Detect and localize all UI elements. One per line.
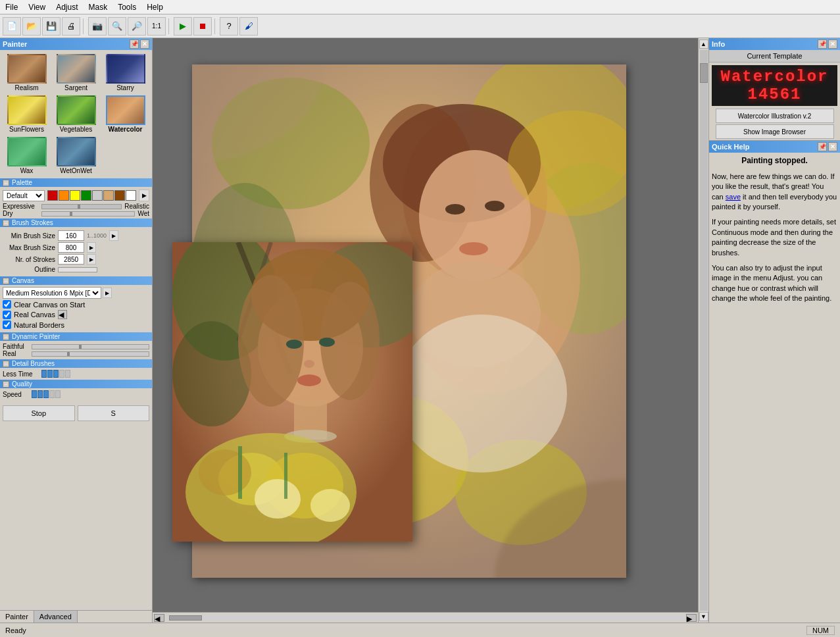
quality-collapse[interactable]: – bbox=[3, 381, 9, 388]
real-canvas-checkbox[interactable] bbox=[3, 311, 11, 319]
nr-strokes-input[interactable] bbox=[58, 254, 84, 265]
stop-button[interactable]: Stop bbox=[3, 405, 75, 421]
svg-point-41 bbox=[255, 479, 301, 519]
expressive-slider[interactable] bbox=[41, 204, 122, 209]
template-name-button[interactable]: Watercolor Illustration v.2 bbox=[716, 109, 834, 123]
expressive-row: Expressive Realistic bbox=[3, 203, 149, 210]
dynamic-collapse[interactable]: – bbox=[3, 334, 9, 340]
canvas-res-btn[interactable]: ▶ bbox=[103, 288, 112, 298]
swatch-green[interactable] bbox=[81, 190, 91, 201]
num-indicator: NUM bbox=[806, 626, 835, 635]
real-canvas-row: Real Canvas ◀ bbox=[3, 310, 149, 319]
clear-canvas-checkbox[interactable] bbox=[3, 300, 11, 309]
paint-button[interactable]: 🖌 bbox=[239, 17, 258, 36]
zoom-in-button[interactable]: 🔍 bbox=[108, 17, 126, 36]
tab-painter[interactable]: Painter bbox=[0, 611, 34, 623]
h-scrollbar: ◀ ▶ bbox=[153, 612, 698, 623]
canvas-section: Medium Resolution 6 Mpix [D ▶ Clear Canv… bbox=[0, 285, 152, 332]
panel-pin-button[interactable]: 📌 bbox=[130, 39, 139, 49]
brush-collapse[interactable]: – bbox=[3, 220, 9, 226]
svg-point-14 bbox=[445, 204, 465, 215]
show-browser-button[interactable]: Show Image Browser bbox=[716, 124, 834, 139]
template-watercolor[interactable]: Watercolor bbox=[101, 94, 149, 134]
template-wetonwet[interactable]: WetOnWet bbox=[52, 136, 100, 176]
save-link[interactable]: save bbox=[726, 193, 741, 201]
palette-dropdown[interactable]: Default Warm Cool Pastel bbox=[3, 190, 45, 201]
min-brush-input[interactable] bbox=[58, 230, 84, 241]
open-button[interactable]: 📂 bbox=[22, 17, 41, 36]
h-scroll-thumb[interactable] bbox=[169, 615, 202, 621]
nr-strokes-row: Nr. of Strokes ▶ bbox=[3, 254, 149, 265]
speed-label: Speed bbox=[3, 391, 29, 398]
qh-pin-button[interactable]: 📌 bbox=[818, 142, 827, 151]
detail-label: Detail Brushes bbox=[12, 360, 55, 367]
info-pin-button[interactable]: 📌 bbox=[818, 39, 827, 49]
menu-tools[interactable]: Tools bbox=[112, 1, 141, 13]
scan-button[interactable]: 📷 bbox=[88, 17, 107, 36]
swatch-brown[interactable] bbox=[114, 190, 125, 201]
qh-close-button[interactable]: ✕ bbox=[828, 142, 837, 151]
template-sunflowers[interactable]: SunFlowers bbox=[3, 94, 51, 134]
h-scroll-right[interactable]: ▶ bbox=[686, 614, 697, 622]
info-close-button[interactable]: ✕ bbox=[828, 39, 837, 49]
min-brush-btn[interactable]: ▶ bbox=[109, 230, 118, 241]
dry-slider[interactable] bbox=[41, 211, 135, 217]
menu-view[interactable]: View bbox=[23, 1, 51, 13]
v-scroll-thumb[interactable] bbox=[700, 63, 708, 83]
source-photo-svg bbox=[172, 242, 412, 542]
dynamic-header: – Dynamic Painter bbox=[0, 332, 152, 341]
canvas-collapse[interactable]: – bbox=[3, 278, 9, 284]
natural-borders-label: Natural Borders bbox=[14, 321, 64, 329]
canvas-resolution-select[interactable]: Medium Resolution 6 Mpix [D bbox=[3, 287, 101, 299]
info-panel: Info 📌 ✕ Current Template Watercolor 145… bbox=[709, 38, 840, 141]
menu-help[interactable]: Help bbox=[141, 1, 168, 13]
canvas-container bbox=[153, 38, 698, 612]
quick-help-container: Quick Help 📌 ✕ Painting stopped. Now, he… bbox=[709, 141, 840, 623]
menu-mask[interactable]: Mask bbox=[84, 1, 113, 13]
real-canvas-btn[interactable]: ◀ bbox=[58, 310, 67, 319]
brush-header: – Brush Strokes bbox=[0, 218, 152, 227]
swatch-lightgray[interactable] bbox=[92, 190, 103, 201]
palette-collapse[interactable]: – bbox=[3, 180, 9, 186]
zoom-out-button[interactable]: 🔎 bbox=[128, 17, 146, 36]
h-scroll-left[interactable]: ◀ bbox=[154, 614, 164, 622]
v-scroll-track[interactable] bbox=[700, 50, 708, 611]
max-brush-input[interactable] bbox=[58, 242, 84, 253]
brush-section: Min Brush Size 1..1000 ▶ Max Brush Size … bbox=[0, 227, 152, 276]
menu-adjust[interactable]: Adjust bbox=[51, 1, 83, 13]
panel-close-button[interactable]: ✕ bbox=[140, 39, 149, 49]
template-sargent[interactable]: Sargent bbox=[52, 53, 100, 93]
v-scroll-down[interactable]: ▼ bbox=[699, 612, 708, 621]
template-vegetables[interactable]: Vegetables bbox=[52, 94, 100, 134]
detail-collapse[interactable]: – bbox=[3, 361, 9, 367]
swatch-tan[interactable] bbox=[103, 190, 114, 201]
faithful-slider[interactable] bbox=[32, 344, 149, 349]
stop-toolbar-button[interactable]: ⏹ bbox=[193, 17, 212, 36]
nr-strokes-btn[interactable]: ▶ bbox=[87, 254, 96, 265]
print-button[interactable]: 🖨 bbox=[62, 17, 80, 36]
new-button[interactable]: 📄 bbox=[3, 17, 21, 36]
start-button[interactable]: S bbox=[78, 405, 150, 421]
real-slider[interactable] bbox=[32, 351, 149, 357]
v-scroll-up[interactable]: ▲ bbox=[699, 39, 708, 49]
h-scroll-track[interactable] bbox=[166, 615, 685, 621]
save-button[interactable]: 💾 bbox=[42, 17, 61, 36]
tab-advanced[interactable]: Advanced bbox=[34, 611, 78, 623]
menu-file[interactable]: File bbox=[0, 1, 23, 13]
template-realism[interactable]: Realism bbox=[3, 53, 51, 93]
palette-arrow-button[interactable]: ▶ bbox=[139, 190, 149, 201]
help-button[interactable]: ? bbox=[220, 17, 238, 36]
template-starry[interactable]: Starry bbox=[101, 53, 149, 93]
zoom-actual-button[interactable]: 1:1 bbox=[147, 17, 166, 36]
template-wax[interactable]: Wax bbox=[3, 136, 51, 176]
outline-slider[interactable] bbox=[58, 267, 97, 272]
swatch-orange[interactable] bbox=[59, 190, 69, 201]
faithful-row: Faithful bbox=[3, 343, 149, 350]
natural-borders-checkbox[interactable] bbox=[3, 320, 11, 329]
max-brush-btn[interactable]: ▶ bbox=[87, 242, 96, 253]
swatch-red[interactable] bbox=[47, 190, 58, 201]
play-button[interactable]: ▶ bbox=[174, 17, 192, 36]
swatch-white[interactable] bbox=[126, 190, 136, 201]
swatch-yellow[interactable] bbox=[70, 190, 80, 201]
painter-panel-titlebar: Painter 📌 ✕ bbox=[0, 38, 152, 50]
